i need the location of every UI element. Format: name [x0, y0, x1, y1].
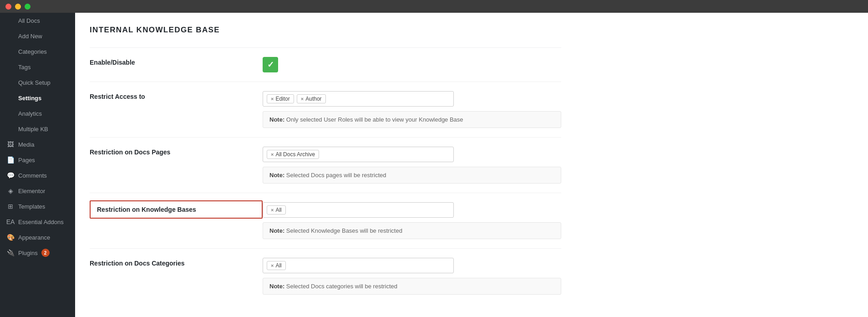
- maximize-button[interactable]: [25, 4, 30, 10]
- tag-container-restriction-docs-pages[interactable]: ×All Docs Archive: [263, 147, 454, 162]
- settings-row-enable-disable: Enable/Disable: [90, 47, 561, 82]
- settings-rows: Enable/DisableRestrict Access to×Editor×…: [90, 47, 561, 304]
- sidebar-label-quick-setup: Quick Setup: [18, 79, 51, 86]
- note-box-restriction-docs-pages: Note: Selected Docs pages will be restri…: [263, 167, 561, 184]
- settings-row-restrict-access: Restrict Access to×Editor×AuthorNote: On…: [90, 82, 561, 137]
- sidebar-label-essential-addons: Essential Addons: [18, 219, 64, 225]
- row-label-restriction-docs-pages: Restriction on Docs Pages: [90, 147, 263, 156]
- tag-container-restrict-access[interactable]: ×Editor×Author: [263, 91, 454, 107]
- pages-icon: 📄: [6, 156, 15, 164]
- sidebar-label-elementor: Elementor: [18, 188, 45, 194]
- settings-row-restriction-docs-categories: Restriction on Docs Categories×AllNote: …: [90, 248, 561, 304]
- close-button[interactable]: [5, 4, 11, 10]
- note-box-restrict-access: Note: Only selected User Roles will be a…: [263, 111, 561, 128]
- sidebar-item-comments[interactable]: 💬Comments: [0, 168, 75, 183]
- page-container: INTERNAL KNOWLEDGE BASE Enable/DisableRe…: [75, 13, 576, 317]
- row-content-restriction-knowledge-bases: ×AllNote: Selected Knowledge Bases will …: [263, 202, 561, 239]
- sidebar-label-pages: Pages: [18, 157, 35, 164]
- sidebar-item-elementor[interactable]: ◈Elementor: [0, 183, 75, 199]
- sidebar-item-quick-setup[interactable]: Quick Setup: [0, 75, 75, 90]
- tag-container-restriction-knowledge-bases[interactable]: ×All: [263, 202, 454, 218]
- sidebar-item-categories[interactable]: Categories: [0, 44, 75, 59]
- tag-label-editor: Editor: [275, 96, 289, 102]
- sidebar-label-analytics: Analytics: [18, 110, 42, 117]
- essential-addons-icon: EA: [6, 218, 15, 226]
- elementor-icon: ◈: [6, 187, 15, 195]
- row-label-restriction-docs-categories: Restriction on Docs Categories: [90, 258, 263, 267]
- sidebar-item-templates[interactable]: ⊞Templates: [0, 199, 75, 214]
- row-label-restriction-knowledge-bases: Restriction on Knowledge Bases: [90, 200, 263, 219]
- row-content-restriction-docs-pages: ×All Docs ArchiveNote: Selected Docs pag…: [263, 147, 561, 184]
- minimize-button[interactable]: [15, 4, 21, 10]
- sidebar-label-tags: Tags: [18, 64, 30, 71]
- sidebar-item-multiple-kb[interactable]: Multiple KB: [0, 121, 75, 137]
- sidebar-label-templates: Templates: [18, 203, 45, 210]
- row-content-restriction-docs-categories: ×AllNote: Selected Docs categories will …: [263, 258, 561, 295]
- sidebar-label-multiple-kb: Multiple KB: [18, 126, 48, 133]
- categories-icon: [6, 47, 15, 56]
- comments-icon: 💬: [6, 171, 15, 179]
- sidebar-label-add-new: Add New: [18, 33, 42, 40]
- media-icon: 🖼: [6, 140, 15, 148]
- note-label-restriction-docs-categories: Note:: [269, 283, 284, 290]
- settings-icon: [6, 94, 15, 102]
- note-box-restriction-docs-categories: Note: Selected Docs categories will be r…: [263, 278, 561, 295]
- appearance-icon: 🎨: [6, 233, 15, 241]
- sidebar-label-plugins: Plugins: [18, 250, 38, 256]
- tag-container-restriction-docs-categories[interactable]: ×All: [263, 258, 454, 273]
- sidebar-label-all-docs: All Docs: [18, 17, 40, 24]
- tag-pill-all: ×All: [267, 205, 286, 215]
- row-label-restrict-access: Restrict Access to: [90, 91, 263, 100]
- add-new-icon: [6, 32, 15, 40]
- sidebar-label-appearance: Appearance: [18, 234, 50, 241]
- sidebar-item-plugins[interactable]: 🔌Plugins2: [0, 245, 75, 261]
- sidebar-item-tags[interactable]: Tags: [0, 59, 75, 75]
- tag-remove-author[interactable]: ×: [301, 96, 304, 102]
- checkbox-enable-disable[interactable]: [263, 57, 278, 72]
- sidebar-item-media[interactable]: 🖼Media: [0, 137, 75, 152]
- window-chrome: [0, 0, 868, 13]
- row-label-enable-disable: Enable/Disable: [90, 57, 263, 66]
- tag-label-all2: All: [275, 262, 281, 269]
- note-box-restriction-knowledge-bases: Note: Selected Knowledge Bases will be r…: [263, 222, 561, 239]
- sidebar-item-appearance[interactable]: 🎨Appearance: [0, 230, 75, 245]
- note-label-restriction-knowledge-bases: Note:: [269, 227, 284, 234]
- analytics-icon: [6, 109, 15, 118]
- main-content: INTERNAL KNOWLEDGE BASE Enable/DisableRe…: [75, 0, 868, 317]
- row-content-restrict-access: ×Editor×AuthorNote: Only selected User R…: [263, 91, 561, 128]
- badge-plugins: 2: [41, 249, 50, 257]
- sidebar-label-categories: Categories: [18, 48, 47, 55]
- sidebar-label-settings: Settings: [18, 95, 41, 102]
- tag-remove-all-docs-archive[interactable]: ×: [271, 152, 274, 157]
- plugins-icon: 🔌: [6, 249, 15, 257]
- tag-pill-editor: ×Editor: [267, 94, 294, 103]
- tag-pill-author: ×Author: [297, 94, 326, 103]
- tag-pill-all2: ×All: [267, 261, 286, 270]
- sidebar: All DocsAdd NewCategoriesTagsQuick Setup…: [0, 0, 75, 317]
- tag-pill-all-docs-archive: ×All Docs Archive: [267, 150, 319, 159]
- sidebar-item-settings[interactable]: Settings: [0, 90, 75, 106]
- all-docs-icon: [6, 16, 15, 25]
- multiple-kb-icon: [6, 125, 15, 133]
- templates-icon: ⊞: [6, 202, 15, 210]
- quick-setup-icon: [6, 78, 15, 87]
- sidebar-item-essential-addons[interactable]: EAEssential Addons: [0, 214, 75, 230]
- note-label-restriction-docs-pages: Note:: [269, 172, 284, 179]
- note-label-restrict-access: Note:: [269, 116, 284, 123]
- sidebar-item-add-new[interactable]: Add New: [0, 28, 75, 44]
- settings-row-restriction-docs-pages: Restriction on Docs Pages×All Docs Archi…: [90, 137, 561, 193]
- sidebar-label-comments: Comments: [18, 172, 47, 179]
- tag-remove-all[interactable]: ×: [271, 207, 274, 213]
- sidebar-item-analytics[interactable]: Analytics: [0, 106, 75, 121]
- tag-remove-all2[interactable]: ×: [271, 263, 274, 268]
- tag-label-all-docs-archive: All Docs Archive: [275, 151, 315, 158]
- settings-row-restriction-knowledge-bases: Restriction on Knowledge Bases×AllNote: …: [90, 193, 561, 248]
- sidebar-item-all-docs[interactable]: All Docs: [0, 13, 75, 28]
- tag-label-author: Author: [305, 96, 321, 102]
- row-content-enable-disable: [263, 57, 561, 72]
- sidebar-item-pages[interactable]: 📄Pages: [0, 152, 75, 168]
- tag-label-all: All: [275, 207, 281, 213]
- tag-remove-editor[interactable]: ×: [271, 96, 274, 102]
- sidebar-label-media: Media: [18, 141, 34, 148]
- tags-icon: [6, 63, 15, 71]
